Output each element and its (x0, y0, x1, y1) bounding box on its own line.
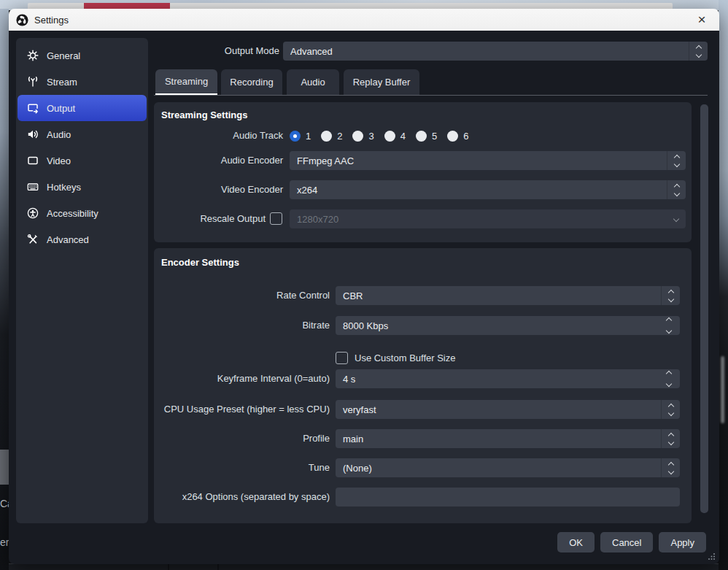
resize-grip-icon[interactable] (707, 551, 716, 560)
x264-options-input[interactable] (336, 488, 680, 507)
rate-control-label: Rate Control (154, 286, 330, 305)
desktop-text-fragment: Ca (0, 498, 9, 509)
sidebar-item-label: Output (47, 103, 75, 114)
custom-buffer-row: Use Custom Buffer Size (336, 348, 455, 367)
radio-track-2[interactable] (321, 131, 332, 142)
sidebar-item-accessibility[interactable]: Accessibility (18, 200, 147, 226)
desktop-bottom-edge (9, 563, 719, 570)
sidebar-item-stream[interactable]: Stream (18, 69, 147, 95)
sidebar-item-advanced[interactable]: Advanced (18, 226, 147, 253)
profile-select[interactable]: main (336, 429, 680, 448)
sidebar-item-label: Hotkeys (47, 182, 81, 193)
dialog-footer: OK Cancel Apply (557, 532, 706, 552)
obs-logo-icon (16, 14, 28, 26)
sidebar-item-video[interactable]: Video (18, 147, 147, 174)
radio-option: 5 (416, 131, 437, 142)
keyboard-icon (27, 181, 39, 193)
audio-encoder-select[interactable]: FFmpeg AAC (290, 151, 686, 170)
output-mode-value: Advanced (283, 46, 689, 57)
radio-track-6[interactable] (447, 131, 458, 142)
sidebar-item-audio[interactable]: Audio (18, 121, 147, 147)
tab-recording[interactable]: Recording (221, 69, 282, 95)
rescale-output-checkbox[interactable] (270, 212, 282, 225)
tools-icon (27, 234, 39, 245)
x264-options-row: x264 Options (separated by space) (154, 488, 692, 507)
output-mode-label: Output Mode (9, 42, 279, 61)
video-encoder-row: Video Encoder x264 (154, 180, 692, 199)
settings-window: Settings × General Stream (9, 9, 719, 564)
profile-row: Profile main (154, 429, 692, 448)
tab-replay-buffer[interactable]: Replay Buffer (344, 69, 419, 95)
sidebar-item-label: Video (47, 155, 71, 166)
bitrate-label: Bitrate (154, 316, 330, 335)
rescale-output-row: Rescale Output 1280x720 (154, 209, 692, 228)
desktop-left-patch (0, 450, 9, 485)
sidebar-item-hotkeys[interactable]: Hotkeys (18, 174, 147, 200)
rescale-resolution-select: 1280x720 (290, 209, 686, 228)
video-encoder-label: Video Encoder (154, 180, 283, 199)
audio-track-radios: 1 2 3 4 5 6 (290, 126, 468, 145)
radio-option: 1 (290, 131, 311, 142)
sidebar-item-label: Audio (47, 129, 71, 140)
radio-option: 4 (384, 131, 406, 142)
cpu-preset-select[interactable]: veryfast (336, 400, 680, 419)
tune-select[interactable]: (None) (336, 458, 680, 477)
chevron-updown-icon (661, 286, 680, 305)
radio-track-5[interactable] (416, 131, 427, 142)
group-title: Streaming Settings (161, 109, 247, 120)
cancel-button[interactable]: Cancel (600, 532, 653, 552)
radio-track-4[interactable] (384, 131, 395, 142)
chevron-updown-icon (661, 429, 680, 448)
keyframe-spinbox[interactable]: 4 s (336, 369, 680, 388)
custom-buffer-checkbox[interactable] (336, 352, 348, 364)
rate-control-row: Rate Control CBR (154, 286, 692, 305)
titlebar[interactable]: Settings × (9, 9, 719, 31)
sidebar-item-label: Advanced (47, 234, 89, 245)
screen-share-icon (27, 102, 39, 114)
output-mode-select[interactable]: Advanced (283, 42, 708, 61)
chevron-updown-icon (667, 151, 686, 170)
radio-track-3[interactable] (352, 131, 363, 142)
settings-sidebar: General Stream Output (16, 38, 148, 523)
bitrate-row: Bitrate 8000 Kbps (154, 316, 692, 335)
profile-label: Profile (154, 429, 330, 448)
streaming-settings-panel: Streaming Settings Audio Track 1 2 3 4 5… (154, 102, 692, 242)
broadcast-icon (27, 76, 39, 88)
cpu-preset-label: CPU Usage Preset (higher = less CPU) (154, 400, 330, 419)
chevron-down-icon (667, 209, 686, 228)
rescale-output-label: Rescale Output (154, 209, 266, 228)
custom-buffer-label: Use Custom Buffer Size (355, 353, 455, 363)
ok-button[interactable]: OK (557, 532, 595, 552)
tab-audio[interactable]: Audio (287, 69, 339, 95)
tab-streaming[interactable]: Streaming (155, 69, 217, 95)
keyframe-row: Keyframe Interval (0=auto) 4 s (154, 369, 692, 388)
chevron-updown-icon (667, 180, 686, 199)
sidebar-item-label: Accessibility (47, 208, 98, 219)
desktop-photo-streak (721, 356, 724, 423)
vertical-scrollbar[interactable] (700, 104, 708, 513)
desktop-left-edge: Ca er (0, 9, 9, 570)
audio-encoder-label: Audio Encoder (154, 151, 283, 170)
encoder-settings-panel: Encoder Settings Rate Control CBR Bitrat… (154, 248, 692, 523)
audio-track-label: Audio Track (154, 126, 283, 145)
rate-control-select[interactable]: CBR (336, 286, 680, 305)
tune-row: Tune (None) (154, 458, 692, 477)
radio-track-1[interactable] (290, 131, 301, 142)
spinner-arrows-icon[interactable] (658, 369, 680, 388)
keyframe-label: Keyframe Interval (0=auto) (154, 369, 330, 388)
bitrate-spinbox[interactable]: 8000 Kbps (336, 316, 680, 335)
sidebar-item-label: Stream (47, 77, 77, 88)
apply-button[interactable]: Apply (659, 532, 706, 552)
close-icon[interactable]: × (692, 10, 712, 29)
desktop-text-fragment: er (0, 536, 9, 548)
tune-label: Tune (154, 458, 330, 477)
audio-encoder-row: Audio Encoder FFmpeg AAC (154, 151, 692, 170)
spinner-arrows-icon[interactable] (658, 316, 680, 335)
sidebar-item-output[interactable]: Output (18, 95, 147, 121)
radio-option: 3 (352, 131, 373, 142)
cpu-preset-row: CPU Usage Preset (higher = less CPU) ver… (154, 400, 692, 419)
chevron-updown-icon (661, 400, 680, 419)
speaker-icon (27, 128, 39, 140)
video-encoder-select[interactable]: x264 (290, 180, 686, 199)
radio-option: 6 (447, 131, 468, 142)
